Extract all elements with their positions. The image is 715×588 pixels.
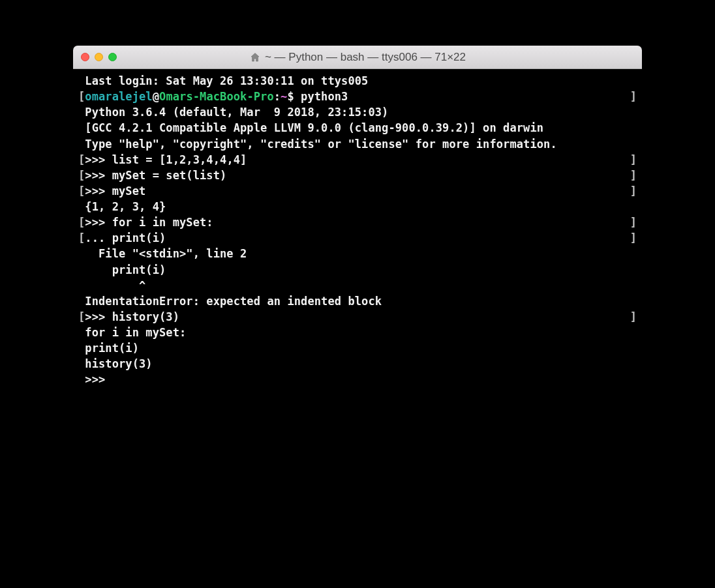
repl-input: >>> list = [1,2,3,4,4,4] — [85, 153, 247, 166]
repl-input: >>> history(3) — [85, 310, 179, 323]
home-icon — [249, 51, 261, 63]
bracket-right: ] — [630, 309, 637, 325]
prompt-at: @ — [153, 90, 159, 103]
window-titlebar[interactable]: ~ — Python — bash — ttys006 — 71×22 — [73, 46, 642, 69]
terminal-line: [>>> mySet] — [78, 183, 637, 199]
terminal-line: [>>> mySet = set(list)] — [78, 168, 637, 183]
bracket-left: [ — [78, 184, 85, 198]
bracket-left: [ — [78, 90, 85, 103]
terminal-line: history(3) — [78, 356, 637, 372]
prompt-user: omaralejel — [85, 90, 152, 103]
terminal-line: print(i) — [78, 262, 637, 278]
bracket-left: [ — [78, 310, 85, 323]
repl-input: >>> mySet = set(list) — [85, 169, 226, 182]
terminal-body[interactable]: Last login: Sat May 26 13:30:11 on ttys0… — [73, 69, 642, 512]
prompt-sep: : — [274, 90, 281, 103]
prompt-tilde: ~ — [281, 90, 287, 103]
close-button[interactable] — [81, 53, 89, 61]
bracket-right: ] — [630, 152, 637, 168]
repl-input: >>> for i in mySet: — [85, 216, 213, 229]
terminal-line: [>>> history(3)] — [78, 309, 637, 325]
maximize-button[interactable] — [108, 53, 117, 61]
title-content: ~ — Python — bash — ttys006 — 71×22 — [73, 51, 642, 64]
bracket-left: [ — [78, 231, 85, 244]
minimize-button[interactable] — [95, 53, 103, 61]
bracket-right: ] — [630, 168, 637, 183]
terminal-line: File "<stdin>", line 2 — [78, 246, 637, 261]
terminal-line: [... print(i)] — [78, 230, 637, 246]
repl-input: >>> mySet — [85, 184, 145, 198]
window-title: ~ — Python — bash — ttys006 — 71×22 — [265, 51, 466, 64]
bracket-left: [ — [78, 216, 85, 229]
prompt-host: Omars-MacBook-Pro — [159, 90, 274, 103]
bracket-right: ] — [630, 230, 637, 246]
terminal-window: ~ — Python — bash — ttys006 — 71×22 Last… — [73, 46, 642, 512]
terminal-line: IndentationError: expected an indented b… — [78, 293, 637, 309]
terminal-line: [>>> for i in mySet:] — [78, 214, 637, 230]
repl-input: ... print(i) — [85, 231, 166, 244]
terminal-line: [GCC 4.2.1 Compatible Apple LLVM 9.0.0 (… — [78, 120, 637, 136]
terminal-line: [omaralejel@Omars-MacBook-Pro:~$ python3… — [78, 89, 637, 104]
terminal-line: [>>> list = [1,2,3,4,4,4]] — [78, 152, 637, 168]
terminal-line: ^ — [78, 278, 637, 293]
terminal-line: print(i) — [78, 340, 637, 356]
traffic-lights — [81, 53, 117, 61]
terminal-line: Python 3.6.4 (default, Mar 9 2018, 23:15… — [78, 104, 637, 120]
terminal-line: for i in mySet: — [78, 325, 637, 340]
prompt-dollar: $ — [287, 90, 301, 103]
bracket-left: [ — [78, 169, 85, 182]
bracket-left: [ — [78, 153, 85, 166]
terminal-line: Last login: Sat May 26 13:30:11 on ttys0… — [78, 73, 637, 89]
terminal-line: {1, 2, 3, 4} — [78, 199, 637, 214]
terminal-line: Type "help", "copyright", "credits" or "… — [78, 136, 637, 152]
terminal-line: >>> — [78, 372, 637, 387]
bracket-right: ] — [630, 89, 637, 104]
command-text: python3 — [301, 90, 348, 103]
bracket-right: ] — [630, 183, 637, 199]
bracket-right: ] — [630, 214, 637, 230]
